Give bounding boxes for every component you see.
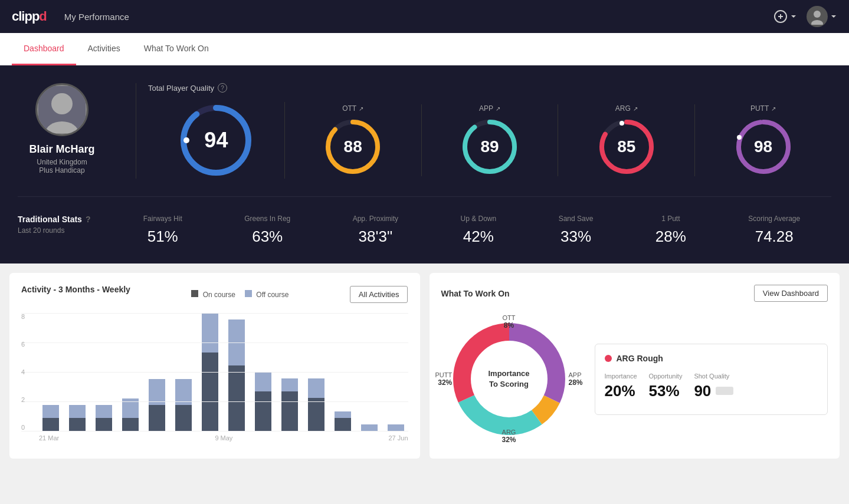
gauge-putt-label: PUTT ↗ — [750, 104, 776, 113]
bar-group — [198, 313, 222, 431]
gauge-arg: ARG ↗ 85 — [558, 104, 695, 176]
bar-off — [255, 372, 271, 391]
gauge-circle-total: 94 — [178, 102, 254, 179]
legend-off-dot — [245, 290, 252, 297]
chart-title: Activity - 3 Months - Weekly — [21, 285, 130, 294]
quality-label: Total Player Quality ? — [148, 83, 831, 93]
svg-point-21 — [737, 135, 742, 140]
nav-right — [773, 6, 837, 27]
bar-group — [172, 313, 195, 431]
tab-dashboard[interactable]: Dashboard — [12, 33, 76, 65]
stat-scoring: Scoring Average 74.28 — [748, 215, 800, 246]
svg-point-6 — [51, 93, 73, 114]
tab-bar: Dashboard Activities What To Work On — [0, 33, 849, 65]
bar-group — [278, 313, 301, 431]
wtwo-donut: ImportanceTo Scoring OTT 8% APP 28% ARG … — [441, 311, 577, 447]
bar-off — [228, 319, 245, 365]
bar-group — [304, 313, 328, 431]
svg-point-10 — [183, 137, 189, 143]
bar-on — [96, 418, 112, 431]
chart-x-labels: 21 Mar 9 May 27 Jun — [21, 434, 408, 442]
stat-updown-label: Up & Down — [461, 215, 497, 223]
donut-label-putt: PUTT 32% — [435, 371, 453, 387]
stats-label-title: Traditional Stats ? — [18, 215, 112, 224]
tab-what-to-work-on[interactable]: What To Work On — [132, 33, 221, 65]
nav-title: My Performance — [64, 12, 129, 22]
stat-greens: Greens In Reg 63% — [244, 215, 290, 246]
stat-scoring-value: 74.28 — [755, 228, 794, 246]
wtwo-metric-opportunity: Opportunity 53% — [649, 373, 683, 400]
all-activities-button[interactable]: All Activities — [350, 286, 408, 303]
legend-off-course: Off course — [245, 290, 289, 299]
gauge-arg-value: 85 — [617, 137, 635, 156]
stat-1putt: 1 Putt 28% — [655, 215, 686, 246]
stats-info-icon[interactable]: ? — [86, 215, 91, 224]
bar-off — [361, 424, 378, 431]
bar-off — [96, 405, 112, 418]
bar-off — [308, 378, 324, 398]
bar-on — [228, 365, 245, 431]
quality-section: Total Player Quality ? 94 — [148, 83, 831, 179]
stats-label-sub: Last 20 rounds — [18, 226, 112, 235]
bar-off — [149, 379, 165, 405]
bar-off — [69, 405, 86, 418]
legend-on-course: On course — [191, 290, 235, 299]
player-avatar — [35, 83, 88, 136]
bar-group — [384, 313, 408, 431]
bar-off — [122, 398, 139, 418]
donut-label-ott: OTT 8% — [503, 314, 516, 330]
wtwo-metrics: Importance 20% Opportunity 53% Shot Qual… — [605, 373, 818, 400]
view-dashboard-button[interactable]: View Dashboard — [754, 285, 828, 302]
stat-scoring-label: Scoring Average — [748, 215, 800, 223]
divider — [136, 83, 136, 179]
gauge-circle-putt: 98 — [734, 117, 793, 176]
player-country: United Kingdom — [37, 158, 87, 166]
wtwo-header: What To Work On View Dashboard — [441, 285, 828, 302]
donut-label-arg: ARG 32% — [501, 429, 516, 444]
add-button[interactable] — [773, 9, 797, 24]
gauge-ott-label: OTT ↗ — [342, 104, 363, 113]
bar-on — [122, 418, 139, 431]
donut-label-app: APP 28% — [568, 371, 582, 387]
gauge-app-value: 89 — [480, 137, 499, 156]
gauge-arg-label: ARG ↗ — [615, 104, 638, 113]
user-menu[interactable] — [807, 6, 837, 27]
stats-bar: Traditional Stats ? Last 20 rounds Fairw… — [18, 196, 831, 246]
bar-on — [281, 391, 298, 431]
wtwo-content: ImportanceTo Scoring OTT 8% APP 28% ARG … — [441, 311, 828, 447]
wtwo-card-dot — [605, 355, 612, 362]
stat-fairways-label: Fairways Hit — [143, 215, 182, 223]
stat-1putt-label: 1 Putt — [661, 215, 680, 223]
stat-updown-value: 42% — [463, 228, 494, 246]
bar-on — [255, 391, 271, 431]
stat-fairways: Fairways Hit 51% — [143, 215, 182, 246]
bottom-panels: Activity - 3 Months - Weekly On course O… — [0, 263, 849, 468]
stats-items: Fairways Hit 51% Greens In Reg 63% App. … — [112, 215, 831, 246]
bar-off — [281, 378, 298, 391]
gauge-app: APP ↗ 89 — [422, 104, 559, 176]
gauge-circle-ott: 88 — [323, 117, 382, 176]
gauge-total-value: 94 — [204, 128, 228, 153]
svg-point-4 — [811, 20, 823, 25]
donut-center-text: ImportanceTo Scoring — [488, 368, 529, 390]
bar-on — [149, 405, 165, 431]
gauge-putt-value: 98 — [754, 137, 772, 156]
stat-sandsave-value: 33% — [560, 228, 591, 246]
logo[interactable]: clippd — [12, 9, 47, 24]
wtwo-card-area: ARG Rough Importance 20% Opportunity 53%… — [595, 344, 828, 415]
bar-group — [65, 313, 89, 431]
bar-group — [225, 313, 248, 431]
chart-legend: On course Off course — [191, 290, 289, 299]
stat-sandsave: Sand Save 33% — [559, 215, 594, 246]
wtwo-metric-importance: Importance 20% — [605, 373, 637, 400]
quality-info-icon[interactable]: ? — [218, 83, 227, 93]
gauge-putt: PUTT ↗ 98 — [695, 104, 831, 176]
player-info: Blair McHarg United Kingdom Plus Handica… — [18, 83, 124, 179]
activity-panel: Activity - 3 Months - Weekly On course O… — [9, 273, 420, 459]
avatar — [807, 6, 828, 27]
tab-activities[interactable]: Activities — [76, 33, 132, 65]
bar-group — [92, 313, 116, 431]
stat-proximity: App. Proximity 38'3" — [353, 215, 398, 246]
gauge-ott: OTT ↗ 88 — [285, 104, 422, 176]
bar-group — [251, 313, 275, 431]
